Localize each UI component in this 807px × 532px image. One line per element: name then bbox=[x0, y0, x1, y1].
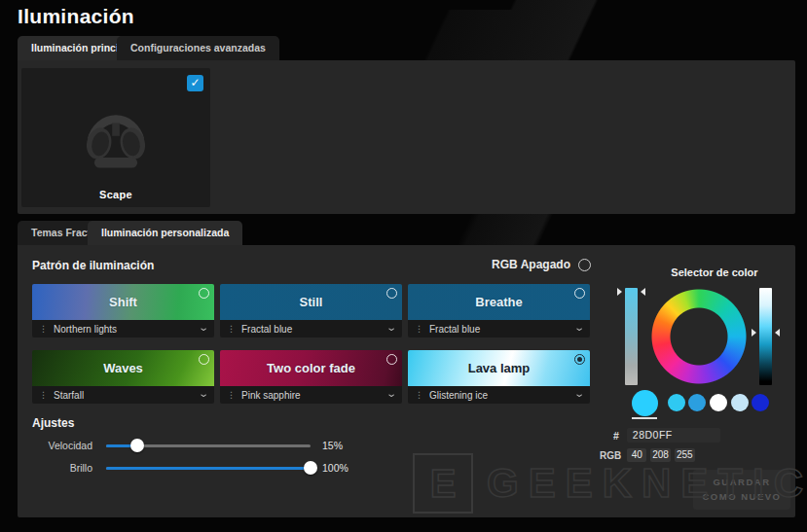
speed-slider-row: Velocidad 15% bbox=[32, 438, 353, 453]
device-selected-checkbox[interactable]: ✓ bbox=[187, 75, 203, 91]
brightness-slider[interactable] bbox=[106, 467, 311, 470]
pattern-name: Two color fade bbox=[267, 361, 355, 375]
device-name: Scape bbox=[21, 189, 210, 200]
kebab-icon: ⋮ bbox=[227, 325, 236, 334]
swatch-pale-blue[interactable] bbox=[731, 394, 749, 411]
rgb-off-radio[interactable] bbox=[578, 259, 591, 271]
preset-label: Starfall bbox=[54, 390, 194, 401]
pattern-radio[interactable] bbox=[199, 354, 209, 365]
speed-slider-thumb[interactable] bbox=[130, 439, 144, 452]
preset-label: Fractal blue bbox=[241, 324, 382, 335]
rgb-label: RGB bbox=[600, 450, 621, 461]
save-button-line2: COMO NUEVO bbox=[703, 491, 782, 502]
pattern-name: Waves bbox=[103, 361, 143, 375]
pattern-name: Breathe bbox=[475, 295, 522, 309]
preset-dropdown[interactable]: ⋮ Starfall ⌄ bbox=[32, 386, 214, 404]
device-card-scape[interactable]: ✓ Scape bbox=[21, 68, 210, 207]
selected-swatch-underline bbox=[632, 417, 657, 419]
swatch-white[interactable] bbox=[710, 394, 727, 411]
pattern-section-title: Patrón de iluminación bbox=[32, 259, 154, 272]
brightness-value-slider[interactable] bbox=[759, 288, 772, 385]
speed-slider-label: Velocidad bbox=[32, 440, 92, 451]
pattern-card-lava-lamp[interactable]: Lava lamp ⋮ Glistening ice ⌄ bbox=[408, 350, 590, 404]
pattern-radio[interactable] bbox=[386, 288, 397, 299]
preset-dropdown[interactable]: ⋮ Pink sapphire ⌄ bbox=[220, 386, 402, 404]
pattern-card-waves[interactable]: Waves ⋮ Starfall ⌄ bbox=[32, 350, 214, 404]
swatch-cyan-selected[interactable] bbox=[632, 390, 658, 416]
pattern-card-two-color-fade[interactable]: Two color fade ⋮ Pink sapphire ⌄ bbox=[220, 350, 402, 404]
rgb-r-input[interactable]: 40 bbox=[627, 448, 646, 462]
brightness-slider-row: Brillo 100% bbox=[32, 460, 353, 476]
speed-slider[interactable] bbox=[106, 444, 311, 447]
hex-input[interactable]: 28D0FF bbox=[627, 428, 720, 443]
chevron-down-icon: ⌄ bbox=[198, 322, 209, 333]
brightness-slider-thumb[interactable] bbox=[304, 461, 317, 475]
chevron-down-icon: ⌄ bbox=[573, 388, 585, 399]
tab-iluminacion-personalizada[interactable]: Iluminación personalizada bbox=[88, 221, 242, 245]
preset-label: Glistening ice bbox=[429, 390, 569, 401]
page-title: Iluminación bbox=[18, 5, 134, 28]
preset-dropdown[interactable]: ⋮ Glistening ice ⌄ bbox=[408, 386, 590, 404]
hex-row: # 28D0FF bbox=[613, 428, 720, 443]
preset-dropdown[interactable]: ⋮ Northern lights ⌄ bbox=[32, 320, 214, 337]
rgb-row: RGB 40 208 255 bbox=[600, 448, 695, 462]
color-wheel[interactable] bbox=[650, 288, 748, 385]
swatch-dark-blue[interactable] bbox=[752, 394, 769, 411]
pattern-radio-selected[interactable] bbox=[574, 354, 585, 365]
swatch-cyan[interactable] bbox=[668, 394, 685, 411]
chevron-down-icon: ⌄ bbox=[573, 322, 585, 333]
rgb-b-input[interactable]: 255 bbox=[675, 448, 695, 462]
kebab-icon: ⋮ bbox=[39, 391, 48, 400]
pattern-radio[interactable] bbox=[574, 288, 585, 299]
brightness-slider-label: Brillo bbox=[32, 462, 92, 474]
headset-image bbox=[69, 86, 163, 179]
chevron-down-icon: ⌄ bbox=[385, 388, 397, 399]
kebab-icon: ⋮ bbox=[227, 391, 236, 400]
pattern-card-breathe[interactable]: Breathe ⋮ Fractal blue ⌄ bbox=[408, 284, 590, 337]
preset-label: Pink sapphire bbox=[241, 390, 382, 401]
pattern-name: Still bbox=[300, 295, 323, 309]
brightness-slider-value: 100% bbox=[322, 462, 348, 474]
kebab-icon: ⋮ bbox=[39, 325, 48, 334]
kebab-icon: ⋮ bbox=[415, 325, 423, 334]
tab-configuraciones-avanzadas[interactable]: Configuraciones avanzadas bbox=[117, 36, 279, 60]
rgb-off-label: RGB Apagado bbox=[492, 258, 570, 271]
speed-slider-value: 15% bbox=[322, 440, 343, 451]
pattern-radio[interactable] bbox=[199, 288, 209, 299]
chevron-down-icon: ⌄ bbox=[198, 388, 209, 399]
devices-panel: ✓ Scape bbox=[18, 60, 795, 214]
saturation-slider[interactable] bbox=[625, 288, 638, 385]
color-picker-title: Selector de color bbox=[646, 266, 783, 278]
preset-dropdown[interactable]: ⋮ Fractal blue ⌄ bbox=[408, 320, 590, 337]
rgb-g-input[interactable]: 208 bbox=[650, 448, 671, 462]
save-as-new-button[interactable]: GUARDAR COMO NUEVO bbox=[693, 470, 790, 510]
save-button-line1: GUARDAR bbox=[713, 477, 770, 487]
pattern-card-still[interactable]: Still ⋮ Fractal blue ⌄ bbox=[220, 284, 402, 337]
swatch-medium-blue[interactable] bbox=[688, 394, 706, 411]
adjustments-title: Ajustes bbox=[32, 416, 74, 430]
saturation-marker-left[interactable] bbox=[617, 288, 622, 296]
value-marker-right[interactable] bbox=[775, 329, 780, 337]
hex-label: # bbox=[613, 430, 619, 442]
pattern-card-shift[interactable]: Shift ⋮ Northern lights ⌄ bbox=[32, 284, 214, 337]
value-marker-left[interactable] bbox=[752, 329, 756, 337]
rgb-off-control[interactable]: RGB Apagado bbox=[492, 258, 591, 271]
kebab-icon: ⋮ bbox=[415, 391, 423, 400]
chevron-down-icon: ⌄ bbox=[385, 322, 397, 333]
saturation-marker-right[interactable] bbox=[641, 288, 645, 296]
pattern-radio[interactable] bbox=[386, 354, 397, 365]
pattern-name: Lava lamp bbox=[468, 361, 531, 375]
custom-lighting-panel: Patrón de iluminación RGB Apagado Shift … bbox=[18, 245, 795, 517]
preset-dropdown[interactable]: ⋮ Fractal blue ⌄ bbox=[220, 320, 402, 337]
preset-label: Northern lights bbox=[54, 324, 194, 335]
preset-label: Fractal blue bbox=[429, 324, 569, 335]
pattern-name: Shift bbox=[109, 295, 137, 309]
